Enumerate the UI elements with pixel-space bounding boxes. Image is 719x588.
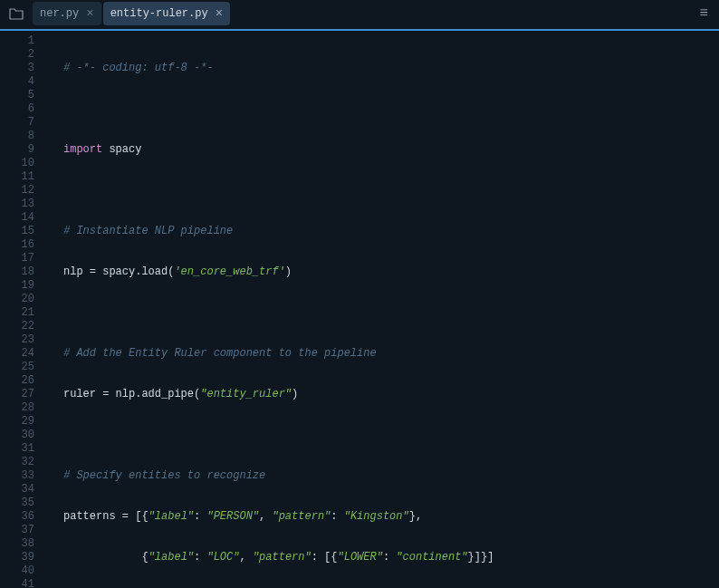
line-number: 24 — [4, 347, 34, 361]
folder-icon[interactable] — [7, 6, 25, 21]
line-number: 2 — [4, 48, 34, 62]
line-number: 7 — [4, 116, 34, 130]
code: ) — [292, 388, 298, 400]
line-number: 37 — [4, 524, 34, 537]
menu-icon[interactable]: ≡ — [699, 5, 708, 22]
close-icon[interactable]: × — [86, 6, 93, 21]
line-number: 22 — [4, 320, 34, 333]
line-number: 3 — [4, 62, 34, 75]
string: 'en_core_web_trf' — [174, 265, 284, 278]
string: "Kingston" — [344, 510, 409, 523]
string: "label" — [149, 551, 194, 564]
comment: # Specify entities to recognize — [63, 469, 265, 482]
string: "PERSON" — [206, 510, 259, 523]
tab-label: entity-ruler.py — [110, 7, 208, 20]
string: "pattern" — [253, 551, 312, 564]
string: "LOC" — [206, 551, 239, 564]
line-number: 34 — [4, 483, 34, 496]
line-number: 6 — [4, 102, 34, 116]
line-number: 19 — [4, 279, 34, 293]
string: "LOWER" — [338, 551, 383, 564]
line-number: 8 — [4, 130, 34, 143]
line-number: 35 — [4, 496, 34, 510]
tab-ner[interactable]: ner.py × — [33, 2, 101, 25]
line-number: 36 — [4, 510, 34, 524]
line-number: 9 — [4, 143, 34, 157]
line-number: 13 — [4, 198, 34, 211]
line-number-gutter: 1234567891011121314151617181920212223242… — [0, 31, 47, 588]
tab-entity-ruler[interactable]: entity-ruler.py × — [103, 2, 230, 25]
line-number: 10 — [4, 157, 34, 170]
line-number: 28 — [4, 401, 34, 415]
tab-label: ner.py — [40, 7, 79, 20]
line-number: 31 — [4, 442, 34, 456]
close-icon[interactable]: × — [216, 6, 223, 21]
line-number: 1 — [4, 34, 34, 48]
line-number: 30 — [4, 429, 34, 442]
line-number: 25 — [4, 361, 34, 374]
titlebar: ner.py × entity-ruler.py × ≡ — [0, 0, 719, 29]
line-number: 39 — [4, 551, 34, 564]
string: "pattern" — [272, 510, 331, 523]
line-number: 23 — [4, 333, 34, 347]
line-number: 32 — [4, 456, 34, 469]
line-number: 18 — [4, 265, 34, 279]
keyword: import — [63, 143, 102, 156]
line-number: 16 — [4, 238, 34, 252]
line-number: 15 — [4, 225, 34, 238]
comment: # -*- coding: utf-8 -*- — [63, 62, 214, 74]
editor: 1234567891011121314151617181920212223242… — [0, 29, 719, 588]
code-area[interactable]: # -*- coding: utf-8 -*- import spacy # I… — [47, 31, 719, 588]
code: nlp = spacy.load( — [63, 265, 174, 278]
code: ruler = nlp.add_pipe( — [63, 388, 200, 400]
line-number: 4 — [4, 75, 34, 89]
line-number: 38 — [4, 537, 34, 551]
line-number: 5 — [4, 89, 34, 102]
line-number: 27 — [4, 388, 34, 401]
code: { — [63, 551, 149, 564]
line-number: 21 — [4, 306, 34, 320]
string: "continent" — [396, 551, 467, 564]
tabs-container: ner.py × entity-ruler.py × — [33, 2, 230, 25]
string: "entity_ruler" — [200, 388, 292, 400]
line-number: 41 — [4, 578, 34, 588]
string: "label" — [149, 510, 194, 523]
code: ) — [285, 265, 292, 278]
code: patterns = [{ — [63, 510, 149, 523]
comment: # Instantiate NLP pipeline — [63, 225, 233, 237]
line-number: 26 — [4, 374, 34, 388]
line-number: 12 — [4, 184, 34, 198]
line-number: 17 — [4, 252, 34, 265]
identifier: spacy — [102, 143, 141, 156]
line-number: 11 — [4, 170, 34, 184]
line-number: 29 — [4, 415, 34, 429]
line-number: 33 — [4, 469, 34, 483]
line-number: 40 — [4, 564, 34, 578]
comment: # Add the Entity Ruler component to the … — [63, 347, 377, 360]
line-number: 20 — [4, 293, 34, 306]
line-number: 14 — [4, 211, 34, 225]
